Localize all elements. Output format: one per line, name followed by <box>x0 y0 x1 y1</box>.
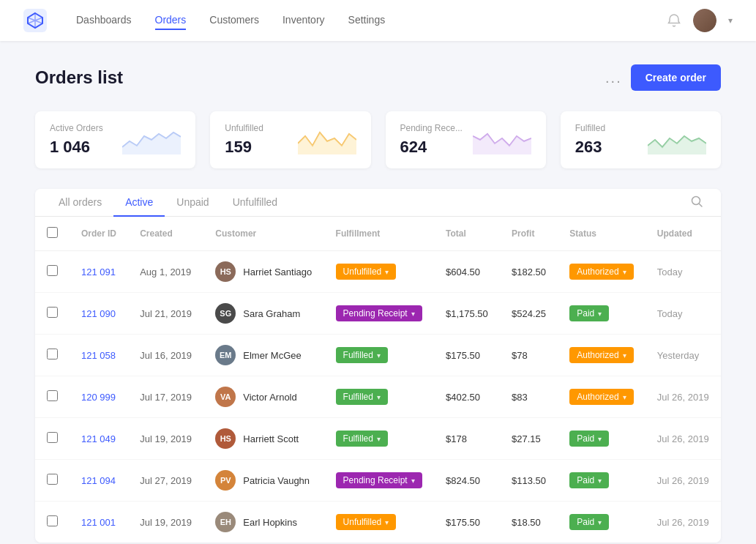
main-content: Orders list ... Create order Active Orde… <box>0 41 756 544</box>
row-total-6: $175.50 <box>434 502 500 543</box>
search-icon[interactable] <box>684 189 709 216</box>
tab-unpaid[interactable]: Unpaid <box>165 189 220 217</box>
customer-avatar-0: HS <box>215 261 236 282</box>
fulfillment-badge-6[interactable]: Unfulfilled ▾ <box>336 514 397 530</box>
customer-name-2: Elmer McGee <box>243 350 301 361</box>
stat-unfulfilled-value: 159 <box>225 138 263 157</box>
fulfillment-badge-2[interactable]: Fulfilled ▾ <box>336 347 388 363</box>
customer-cell-3: VA Victor Arnold <box>215 387 312 407</box>
nav-customers[interactable]: Customers <box>209 11 259 30</box>
status-badge-6[interactable]: Paid ▾ <box>569 514 609 530</box>
fulfillment-badge-0[interactable]: Unfulfilled ▾ <box>336 264 397 280</box>
order-id-link-0[interactable]: 121 091 <box>81 267 116 277</box>
row-checkbox-0[interactable] <box>47 265 58 276</box>
status-badge-5[interactable]: Paid ▾ <box>569 472 609 488</box>
fulfillment-badge-1[interactable]: Pending Receipt ▾ <box>336 305 422 321</box>
row-checkbox-3[interactable] <box>47 390 58 401</box>
orders-table-wrap: All orders Active Unpaid Unfulfilled Ord… <box>35 189 721 543</box>
order-id-link-2[interactable]: 121 058 <box>81 350 116 361</box>
row-checkbox-4[interactable] <box>47 432 58 443</box>
fulfillment-badge-5[interactable]: Pending Receipt ▾ <box>336 472 422 488</box>
nav-settings[interactable]: Settings <box>348 11 386 30</box>
col-order-id: Order ID <box>70 217 128 251</box>
avatar[interactable] <box>693 9 716 32</box>
order-id-link-6[interactable]: 121 001 <box>81 517 116 528</box>
status-badge-1[interactable]: Paid ▾ <box>569 305 609 321</box>
orders-table: Order ID Created Customer Fulfillment To… <box>35 217 721 543</box>
stat-pending-chart <box>473 125 531 154</box>
row-profit-6: $18.50 <box>500 502 558 543</box>
stat-active-chart <box>122 125 181 154</box>
create-order-button[interactable]: Create order <box>631 64 721 91</box>
tab-all-orders[interactable]: All orders <box>47 189 113 217</box>
stat-unfulfilled-chart <box>298 125 356 154</box>
stat-pending-label: Pending Rece... <box>400 123 463 133</box>
customer-avatar-6: EH <box>215 512 236 532</box>
logo[interactable] <box>23 9 47 32</box>
status-badge-0[interactable]: Authorized ▾ <box>569 264 633 280</box>
row-updated-6: Jul 26, 2019 <box>645 502 721 543</box>
row-created-0: Aug 1, 2019 <box>128 251 203 293</box>
customer-cell-6: EH Earl Hopkins <box>215 512 312 532</box>
more-options-button[interactable]: ... <box>605 70 622 86</box>
customer-avatar-1: SG <box>215 303 236 324</box>
row-total-5: $824.50 <box>434 460 500 502</box>
order-id-link-5[interactable]: 121 094 <box>81 475 116 486</box>
table-row: 121 049 Jul 19, 2019 HS Harriett Scott F… <box>35 418 721 460</box>
nav-dashboards[interactable]: Dashboards <box>76 11 132 30</box>
order-id-link-1[interactable]: 121 090 <box>81 308 116 319</box>
row-profit-0: $182.50 <box>500 251 558 293</box>
navbar: Dashboards Orders Customers Inventory Se… <box>0 0 756 41</box>
fulfillment-badge-3[interactable]: Fulfilled ▾ <box>336 389 388 405</box>
table-row: 121 091 Aug 1, 2019 HS Harriet Santiago … <box>35 251 721 293</box>
customer-avatar-4: HS <box>215 428 236 449</box>
tab-unfulfilled[interactable]: Unfulfilled <box>221 189 289 217</box>
row-created-3: Jul 17, 2019 <box>128 376 203 418</box>
stat-card-fulfilled-left: Fulfilled 263 <box>575 123 605 157</box>
table-row: 120 999 Jul 17, 2019 VA Victor Arnold Fu… <box>35 376 721 418</box>
row-total-1: $1,175.50 <box>434 293 500 335</box>
stat-cards: Active Orders 1 046 Unfulfilled 159 Pend… <box>35 111 721 168</box>
svg-marker-1 <box>122 133 181 154</box>
customer-cell-1: SG Sara Graham <box>215 303 312 324</box>
customer-name-6: Earl Hopkins <box>243 517 297 528</box>
customer-name-0: Harriet Santiago <box>243 267 312 277</box>
row-total-4: $178 <box>434 418 500 460</box>
stat-fulfilled-label: Fulfilled <box>575 123 605 133</box>
status-badge-4[interactable]: Paid ▾ <box>569 431 609 447</box>
row-profit-5: $113.50 <box>500 460 558 502</box>
stat-card-fulfilled[interactable]: Fulfilled 263 <box>561 111 721 168</box>
row-updated-4: Jul 26, 2019 <box>645 418 721 460</box>
notification-bell-icon[interactable] <box>667 13 681 28</box>
order-tabs: All orders Active Unpaid Unfulfilled <box>35 189 721 217</box>
status-badge-3[interactable]: Authorized ▾ <box>569 389 633 405</box>
order-id-link-3[interactable]: 120 999 <box>81 392 116 403</box>
customer-cell-0: HS Harriet Santiago <box>215 261 312 282</box>
row-total-3: $402.50 <box>434 376 500 418</box>
row-created-1: Jul 21, 2019 <box>128 293 203 335</box>
status-badge-2[interactable]: Authorized ▾ <box>569 347 633 363</box>
row-checkbox-6[interactable] <box>47 515 58 526</box>
nav-orders[interactable]: Orders <box>155 11 187 30</box>
order-id-link-4[interactable]: 121 049 <box>81 433 116 444</box>
profile-chevron-icon[interactable]: ▾ <box>728 15 733 26</box>
tab-active[interactable]: Active <box>113 189 165 217</box>
fulfillment-badge-4[interactable]: Fulfilled ▾ <box>336 431 388 447</box>
select-all-checkbox[interactable] <box>47 227 58 238</box>
stat-active-value: 1 046 <box>50 138 103 157</box>
table-row: 121 001 Jul 19, 2019 EH Earl Hopkins Unf… <box>35 502 721 543</box>
row-updated-2: Yesterday <box>645 335 721 376</box>
row-checkbox-5[interactable] <box>47 474 58 485</box>
stat-pending-value: 624 <box>400 138 463 157</box>
nav-inventory[interactable]: Inventory <box>282 11 325 30</box>
row-created-5: Jul 27, 2019 <box>128 460 203 502</box>
row-checkbox-1[interactable] <box>47 307 58 318</box>
row-total-2: $175.50 <box>434 335 500 376</box>
nav-links: Dashboards Orders Customers Inventory Se… <box>76 11 667 30</box>
stat-card-unfulfilled[interactable]: Unfulfilled 159 <box>210 111 370 168</box>
row-updated-1: Today <box>645 293 721 335</box>
page-header: Orders list ... Create order <box>35 64 721 91</box>
row-checkbox-2[interactable] <box>47 349 58 359</box>
stat-card-active[interactable]: Active Orders 1 046 <box>35 111 195 168</box>
stat-card-pending[interactable]: Pending Rece... 624 <box>386 111 546 168</box>
